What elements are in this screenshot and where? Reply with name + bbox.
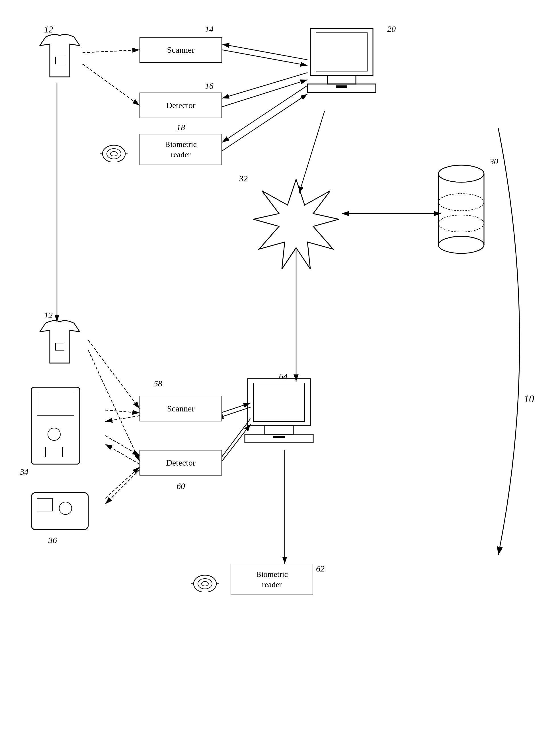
fingerprint-top <box>100 140 128 162</box>
svg-line-5 <box>222 50 307 65</box>
svg-line-21 <box>88 340 140 409</box>
diagram: 12 Scanner 14 Detector 16 Biometricreade… <box>0 0 560 754</box>
svg-point-64 <box>202 581 208 586</box>
svg-line-10 <box>222 85 307 142</box>
svg-line-3 <box>83 50 140 53</box>
svg-line-9 <box>222 73 307 98</box>
svg-rect-57 <box>265 426 293 434</box>
svg-rect-58 <box>245 434 313 443</box>
label-20: 20 <box>387 24 396 34</box>
biometric-box-top: Biometricreader <box>140 134 222 165</box>
svg-point-45 <box>438 215 484 232</box>
svg-line-27 <box>105 467 140 498</box>
detector-box-top: Detector <box>140 93 222 118</box>
scanner-box-top: Scanner <box>140 37 222 63</box>
svg-point-50 <box>48 428 60 440</box>
label-14: 14 <box>205 24 214 34</box>
label-30: 30 <box>490 157 498 166</box>
svg-point-34 <box>111 152 117 156</box>
garment-bottom <box>37 317 83 369</box>
svg-line-6 <box>222 80 307 107</box>
label-36: 36 <box>48 535 57 545</box>
garment-top <box>37 31 83 83</box>
label-58: 58 <box>154 379 162 389</box>
svg-point-30 <box>102 145 125 162</box>
svg-point-54 <box>59 502 72 515</box>
svg-rect-39 <box>336 85 347 88</box>
label-18: 18 <box>177 122 185 132</box>
svg-rect-29 <box>56 57 64 64</box>
label-34: 34 <box>20 467 28 477</box>
svg-line-23 <box>105 410 140 413</box>
detector-box-bottom: Detector <box>140 450 222 476</box>
device-34 <box>28 384 85 470</box>
svg-point-33 <box>107 148 121 159</box>
svg-rect-55 <box>248 379 310 426</box>
scanner-box-bottom: Scanner <box>140 396 222 421</box>
svg-line-25 <box>105 436 140 456</box>
svg-point-40 <box>438 165 484 182</box>
svg-line-26 <box>105 444 140 464</box>
fingerprint-bottom <box>191 570 219 592</box>
svg-point-43 <box>438 236 484 253</box>
svg-rect-53 <box>37 498 53 511</box>
svg-rect-37 <box>327 76 356 84</box>
svg-rect-47 <box>56 343 64 350</box>
svg-point-60 <box>194 575 216 592</box>
svg-line-8 <box>222 44 307 60</box>
label-10: 10 <box>524 393 534 405</box>
svg-line-4 <box>83 64 140 105</box>
svg-line-28 <box>105 470 140 504</box>
svg-line-7 <box>222 94 307 151</box>
svg-rect-36 <box>316 33 367 71</box>
database-top <box>436 157 487 256</box>
svg-line-24 <box>105 416 140 421</box>
computer-bottom <box>239 373 319 476</box>
biometric-box-bottom: Biometricreader <box>231 564 313 595</box>
svg-rect-59 <box>273 436 285 438</box>
computer-top <box>302 23 381 125</box>
starburst <box>248 177 344 273</box>
svg-marker-46 <box>253 179 339 269</box>
svg-point-63 <box>198 579 212 589</box>
svg-rect-51 <box>45 447 63 457</box>
label-16: 16 <box>205 81 214 91</box>
label-62: 62 <box>316 564 324 574</box>
svg-rect-38 <box>307 84 376 93</box>
svg-rect-49 <box>37 393 74 416</box>
svg-line-22 <box>88 350 140 461</box>
svg-rect-48 <box>31 387 80 464</box>
svg-rect-56 <box>253 383 305 421</box>
label-32: 32 <box>239 174 248 183</box>
device-36 <box>28 490 91 535</box>
label-64: 64 <box>279 372 287 381</box>
svg-rect-35 <box>310 28 373 76</box>
label-60: 60 <box>177 481 185 491</box>
svg-point-44 <box>438 194 484 211</box>
